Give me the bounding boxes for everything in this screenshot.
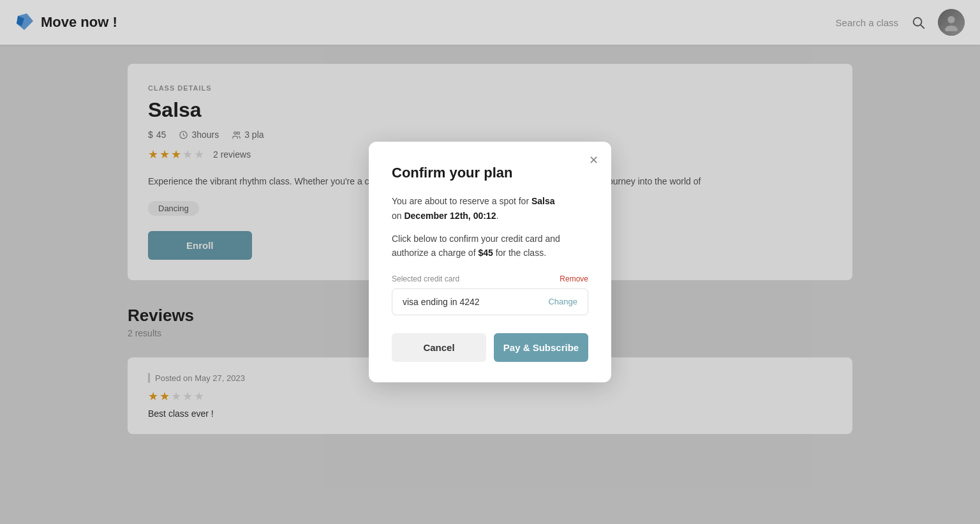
modal-charge-suffix: for the class.	[493, 248, 546, 258]
credit-card-input-row: visa ending in 4242 Change	[392, 288, 588, 315]
credit-card-label: Selected credit card	[392, 274, 459, 283]
modal-charge-amount: $45	[478, 248, 493, 258]
modal-date-prefix: on	[392, 211, 404, 221]
modal-class-name: Salsa	[531, 196, 555, 206]
modal-date-suffix: .	[496, 211, 498, 221]
credit-card-label-row: Selected credit card Remove	[392, 274, 588, 283]
modal-title: Confirm your plan	[392, 165, 588, 181]
confirm-plan-modal: ✕ Confirm your plan You are about to res…	[369, 142, 611, 382]
modal-date: December 12th, 00:12	[404, 211, 496, 221]
pay-subscribe-button[interactable]: Pay & Subscribe	[494, 333, 588, 362]
modal-body-prefix: You are about to reserve a spot for	[392, 196, 531, 206]
modal-close-button[interactable]: ✕	[586, 152, 601, 168]
modal-body-line1: You are about to reserve a spot for Sals…	[392, 194, 588, 223]
modal-buttons: Cancel Pay & Subscribe	[392, 333, 588, 362]
modal-charge-text: Click below to confirm your credit card …	[392, 232, 588, 260]
modal-overlay: ✕ Confirm your plan You are about to res…	[0, 0, 980, 524]
remove-card-button[interactable]: Remove	[560, 274, 588, 283]
cancel-button[interactable]: Cancel	[392, 333, 486, 362]
card-number-text: visa ending in 4242	[403, 297, 480, 307]
change-card-button[interactable]: Change	[548, 297, 577, 306]
